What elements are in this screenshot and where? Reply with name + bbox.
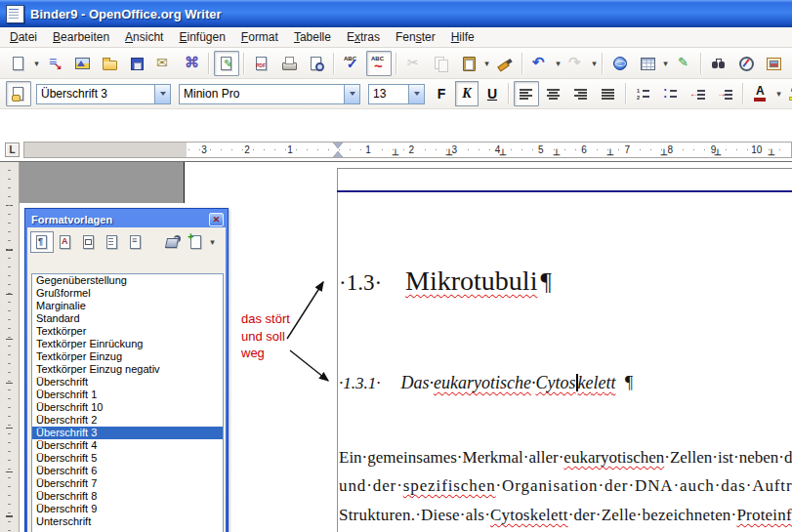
tab-stop-icon[interactable]: ⊥ (445, 147, 453, 157)
new-document-dropdown[interactable] (32, 52, 41, 75)
style-item[interactable]: Überschrift 10 (32, 401, 223, 414)
horizontal-ruler[interactable]: 32112345678910⊥⊥⊥⊥⊥⊥⊥⊥ (23, 142, 792, 158)
font-name-dropdown[interactable] (344, 84, 360, 104)
style-item[interactable]: Überschrift 1 (32, 389, 223, 401)
style-item[interactable]: Gegenüberstellung (32, 274, 223, 287)
email-button[interactable] (151, 51, 177, 76)
menu-einfügen[interactable]: Einfügen (171, 28, 232, 46)
gallery-button[interactable] (761, 51, 786, 76)
undo-button[interactable] (527, 51, 553, 76)
insert-image-button[interactable] (69, 51, 95, 76)
character-styles-button[interactable] (54, 231, 77, 253)
edit-file-button[interactable] (214, 51, 239, 76)
highlighting-button[interactable] (784, 81, 792, 106)
style-item[interactable]: Überschrift 7 (32, 477, 223, 490)
command-symbol-button[interactable] (179, 51, 204, 76)
new-style-from-selection-dropdown[interactable] (208, 237, 217, 247)
vertical-ruler[interactable] (0, 162, 20, 532)
paragraph-styles-button[interactable] (30, 231, 54, 253)
increase-indent-button[interactable] (713, 81, 738, 106)
menu-datei[interactable]: Datei (2, 28, 45, 46)
style-item[interactable]: Überschrift (32, 376, 223, 389)
format-paintbrush-button[interactable] (492, 51, 518, 76)
tab-stop-icon[interactable]: ⊥ (392, 147, 399, 157)
menu-format[interactable]: Format (233, 28, 286, 46)
export-pdf-button[interactable] (249, 51, 274, 76)
bullet-list-button[interactable] (658, 81, 684, 106)
style-list[interactable]: GegenüberstellungGrußformelMarginalieSta… (31, 273, 224, 532)
new-document-button[interactable] (6, 51, 31, 76)
menu-fenster[interactable]: Fenster (388, 28, 443, 46)
tab-stop-icon[interactable]: ⊥ (606, 147, 614, 157)
open-button[interactable] (97, 51, 122, 76)
font-color-dropdown[interactable] (774, 82, 783, 105)
menu-hilfe[interactable]: Hilfe (443, 28, 482, 46)
style-item[interactable]: Textkörper (32, 325, 223, 338)
style-item[interactable]: Überschrift 8 (32, 490, 223, 503)
menu-ansicht[interactable]: Ansicht (117, 28, 171, 46)
font-color-button[interactable] (748, 81, 773, 106)
paragraph-style-value[interactable]: Überschrift 3 (36, 84, 154, 104)
page-styles-button[interactable] (101, 231, 124, 253)
indent-marker[interactable] (333, 143, 344, 157)
new-style-from-selection-button[interactable] (185, 231, 208, 253)
draw-functions-button[interactable] (671, 51, 696, 76)
panel-title-bar[interactable]: Formatvorlagen ✕ (27, 211, 226, 227)
fill-format-mode-button[interactable] (161, 231, 185, 253)
hyperlink-button[interactable] (607, 51, 633, 76)
redo-dropdown[interactable] (590, 52, 599, 75)
tab-stop-icon[interactable]: ⊥ (499, 147, 507, 157)
style-item[interactable]: Überschrift 9 (32, 503, 223, 515)
italic-button[interactable]: K (455, 81, 479, 106)
numbered-list-button[interactable] (631, 81, 656, 106)
style-item[interactable]: Unterschrift (32, 515, 223, 528)
tab-stop-icon[interactable]: ⊥ (714, 147, 722, 157)
table-dropdown[interactable] (661, 52, 670, 75)
navigator-button[interactable] (733, 51, 759, 76)
align-left-button[interactable] (514, 81, 539, 106)
panel-close-button[interactable]: ✕ (209, 213, 224, 226)
style-item[interactable]: Textkörper Einrückung (32, 338, 223, 350)
paragraph-style-dropdown[interactable] (154, 84, 171, 104)
align-justify-button[interactable] (596, 81, 621, 106)
save-button[interactable] (124, 51, 149, 76)
frame-styles-button[interactable] (77, 231, 101, 253)
style-item[interactable]: Textkörper Einzug negativ (32, 363, 223, 376)
style-item[interactable]: Textkörper Einzug (32, 350, 223, 363)
spellcheck-button[interactable] (339, 51, 364, 76)
decrease-indent-button[interactable] (686, 81, 711, 106)
align-right-button[interactable] (568, 81, 594, 106)
font-name-value[interactable]: Minion Pro (179, 84, 344, 104)
style-item[interactable]: Überschrift 6 (32, 465, 223, 477)
style-item[interactable]: Überschrift 3 (32, 427, 223, 439)
tab-stop-icon[interactable]: ⊥ (768, 147, 775, 157)
autospellcheck-button[interactable] (366, 51, 392, 76)
table-button[interactable] (635, 51, 660, 76)
font-size-value[interactable]: 13 (368, 84, 408, 104)
tab-type-button[interactable]: L (5, 143, 20, 157)
style-item[interactable]: Marginalie (32, 300, 223, 312)
style-item[interactable]: Überschrift 5 (32, 452, 223, 465)
paste-dropdown[interactable] (482, 52, 491, 75)
page-preview-button[interactable] (304, 51, 329, 76)
styles-window-button[interactable] (6, 81, 31, 106)
underline-button[interactable]: U (480, 81, 504, 106)
paste-button[interactable] (456, 51, 481, 76)
font-size-dropdown[interactable] (408, 84, 425, 104)
print-button[interactable] (276, 51, 302, 76)
align-center-button[interactable] (541, 81, 566, 106)
style-item[interactable]: Standard (32, 312, 223, 325)
bold-button[interactable]: F (430, 81, 453, 106)
style-item[interactable]: Überschrift 2 (32, 414, 223, 427)
undo-dropdown[interactable] (554, 52, 563, 75)
list-styles-button[interactable] (124, 231, 147, 253)
tab-stop-icon[interactable]: ⊥ (553, 147, 561, 157)
menu-tabelle[interactable]: Tabelle (286, 28, 339, 46)
title-bar[interactable]: Binder9 - OpenOffice.org Writer (0, 0, 792, 27)
data-sources-button[interactable] (788, 51, 792, 76)
menu-extras[interactable]: Extras (339, 28, 388, 46)
find-replace-button[interactable] (706, 51, 731, 76)
tab-stop-icon[interactable]: ⊥ (660, 147, 668, 157)
style-item[interactable]: Überschrift 4 (32, 439, 223, 452)
menu-bearbeiten[interactable]: Bearbeiten (45, 28, 117, 46)
